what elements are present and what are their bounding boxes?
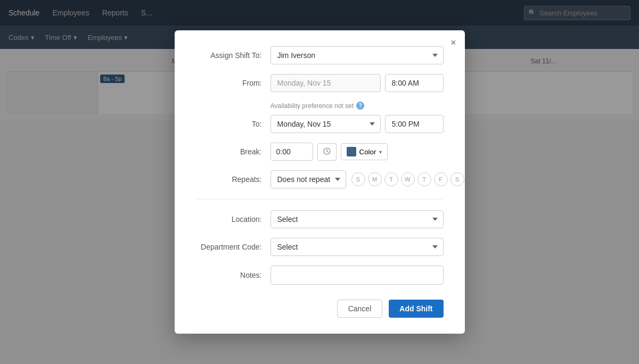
modal-footer: Cancel Add Shift	[196, 300, 444, 318]
break-row: Break: Color ▾	[196, 143, 444, 161]
location-row: Location: Select	[196, 210, 444, 228]
assign-shift-control: Jim Iverson	[271, 46, 444, 64]
from-row: From:	[196, 74, 444, 92]
avail-help-icon[interactable]: ?	[356, 102, 364, 110]
avail-note: Availability preference not set ?	[271, 102, 444, 110]
notes-label: Notes:	[196, 271, 271, 279]
color-swatch	[347, 147, 356, 156]
add-shift-button[interactable]: Add Shift	[389, 300, 443, 318]
color-chevron-icon: ▾	[379, 149, 382, 155]
to-control: Monday, Nov 15	[271, 115, 444, 133]
cancel-button[interactable]: Cancel	[337, 300, 383, 318]
modal-close-button[interactable]: ×	[450, 38, 456, 47]
to-date-select[interactable]: Monday, Nov 15	[271, 115, 381, 133]
dept-row: Department Code: Select	[196, 238, 444, 256]
dept-control: Select	[271, 238, 444, 256]
assign-shift-select[interactable]: Jim Iverson	[271, 46, 444, 64]
break-control: Color ▾	[271, 143, 444, 161]
from-time-input[interactable]	[385, 74, 444, 92]
svg-line-2	[327, 151, 329, 152]
day-circles: S M T W T F S	[351, 172, 464, 186]
modal: × Assign Shift To: Jim Iverson From: Ava…	[175, 30, 465, 334]
day-circle-tue[interactable]: T	[384, 172, 398, 186]
divider	[196, 199, 444, 200]
repeats-row: Repeats: Does not repeat S M T W T F S	[196, 170, 444, 188]
repeats-label: Repeats:	[196, 175, 271, 184]
day-circle-sat[interactable]: S	[450, 172, 464, 186]
notes-input[interactable]	[271, 266, 444, 285]
dept-label: Department Code:	[196, 243, 271, 251]
day-circle-mon[interactable]: M	[368, 172, 382, 186]
from-control	[271, 74, 444, 92]
day-circle-fri[interactable]: F	[434, 172, 448, 186]
break-label: Break:	[196, 147, 271, 156]
color-button[interactable]: Color ▾	[341, 143, 388, 160]
location-control: Select	[271, 210, 444, 228]
assign-shift-label: Assign Shift To:	[196, 51, 271, 60]
to-time-input[interactable]	[385, 115, 444, 133]
notes-row: Notes:	[196, 266, 444, 285]
clock-icon	[323, 147, 331, 155]
break-input[interactable]	[271, 143, 313, 161]
color-label: Color	[359, 148, 376, 156]
to-row: To: Monday, Nov 15	[196, 115, 444, 133]
notes-control	[271, 266, 444, 285]
assign-shift-row: Assign Shift To: Jim Iverson	[196, 46, 444, 64]
dept-select[interactable]: Select	[271, 238, 444, 256]
clock-button[interactable]	[317, 143, 337, 161]
to-label: To:	[196, 120, 271, 128]
repeats-control: Does not repeat S M T W T F S	[271, 170, 464, 188]
repeats-select[interactable]: Does not repeat	[271, 170, 346, 188]
from-date-input[interactable]	[271, 74, 381, 92]
location-label: Location:	[196, 215, 271, 224]
location-select[interactable]: Select	[271, 210, 444, 228]
modal-overlay: × Assign Shift To: Jim Iverson From: Ava…	[0, 0, 639, 364]
day-circle-wed[interactable]: W	[401, 172, 415, 186]
from-label: From:	[196, 79, 271, 87]
day-circle-sun[interactable]: S	[351, 172, 365, 186]
day-circle-thu[interactable]: T	[417, 172, 431, 186]
